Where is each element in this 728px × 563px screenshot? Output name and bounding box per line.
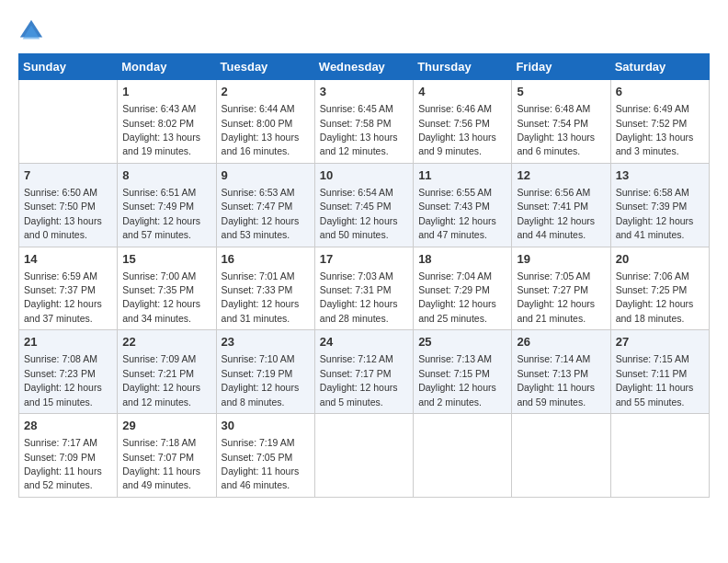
calendar-header-row: SundayMondayTuesdayWednesdayThursdayFrid… — [19, 54, 710, 80]
calendar-cell: 24Sunrise: 7:12 AMSunset: 7:17 PMDayligh… — [314, 330, 413, 414]
calendar-cell: 17Sunrise: 7:03 AMSunset: 7:31 PMDayligh… — [314, 247, 413, 330]
daylight-info: Daylight: 13 hours and 19 minutes. — [122, 132, 200, 156]
sunset-info: Sunset: 7:27 PM — [517, 284, 588, 295]
calendar-table: SundayMondayTuesdayWednesdayThursdayFrid… — [18, 53, 710, 498]
sunset-info: Sunset: 7:37 PM — [24, 284, 96, 295]
sunset-info: Sunset: 7:49 PM — [122, 201, 194, 212]
sunset-info: Sunset: 7:13 PM — [517, 368, 588, 379]
day-number: 10 — [320, 167, 408, 184]
sunset-info: Sunset: 7:39 PM — [616, 201, 688, 212]
daylight-info: Daylight: 12 hours and 53 minutes. — [222, 215, 300, 240]
day-number: 8 — [122, 167, 210, 184]
calendar-cell: 15Sunrise: 7:00 AMSunset: 7:35 PMDayligh… — [118, 247, 216, 330]
sunset-info: Sunset: 7:58 PM — [320, 118, 392, 129]
calendar-cell: 28Sunrise: 7:17 AMSunset: 7:09 PMDayligh… — [19, 414, 118, 498]
daylight-info: Daylight: 12 hours and 18 minutes. — [616, 298, 694, 323]
calendar-cell: 6Sunrise: 6:49 AMSunset: 7:52 PMDaylight… — [610, 80, 709, 164]
calendar-cell: 10Sunrise: 6:54 AMSunset: 7:45 PMDayligh… — [314, 163, 413, 247]
calendar-cell: 12Sunrise: 6:56 AMSunset: 7:41 PMDayligh… — [512, 163, 610, 247]
day-number: 20 — [616, 251, 704, 268]
logo-icon — [18, 18, 44, 44]
sunrise-info: Sunrise: 7:14 AM — [517, 353, 590, 364]
calendar-cell: 2Sunrise: 6:44 AMSunset: 8:00 PMDaylight… — [216, 80, 314, 164]
column-header-monday: Monday — [118, 54, 216, 80]
daylight-info: Daylight: 12 hours and 50 minutes. — [320, 215, 398, 240]
daylight-info: Daylight: 12 hours and 25 minutes. — [418, 298, 496, 323]
daylight-info: Daylight: 12 hours and 21 minutes. — [517, 298, 595, 323]
day-number: 16 — [222, 251, 310, 268]
calendar-cell: 25Sunrise: 7:13 AMSunset: 7:15 PMDayligh… — [414, 330, 512, 414]
calendar-cell — [512, 414, 610, 498]
calendar-cell: 11Sunrise: 6:55 AMSunset: 7:43 PMDayligh… — [414, 163, 512, 247]
day-number: 29 — [122, 418, 210, 434]
sunrise-info: Sunrise: 7:05 AM — [517, 270, 590, 282]
day-number: 25 — [418, 334, 506, 350]
daylight-info: Daylight: 12 hours and 15 minutes. — [24, 382, 102, 407]
sunset-info: Sunset: 7:47 PM — [222, 201, 293, 212]
day-number: 7 — [24, 167, 112, 184]
sunrise-info: Sunrise: 7:03 AM — [320, 270, 393, 282]
daylight-info: Daylight: 12 hours and 37 minutes. — [24, 298, 102, 323]
sunrise-info: Sunrise: 6:46 AM — [418, 103, 492, 114]
sunrise-info: Sunrise: 6:51 AM — [122, 187, 196, 198]
day-number: 18 — [418, 251, 506, 268]
calendar-cell — [19, 80, 118, 164]
sunrise-info: Sunrise: 6:48 AM — [517, 103, 590, 114]
sunrise-info: Sunrise: 6:59 AM — [24, 270, 97, 282]
day-number: 30 — [222, 418, 310, 434]
daylight-info: Daylight: 12 hours and 47 minutes. — [418, 215, 496, 240]
sunset-info: Sunset: 8:00 PM — [222, 118, 293, 129]
sunrise-info: Sunrise: 6:56 AM — [517, 187, 590, 198]
sunrise-info: Sunrise: 6:45 AM — [320, 103, 393, 114]
daylight-info: Daylight: 12 hours and 8 minutes. — [222, 382, 300, 407]
sunset-info: Sunset: 7:35 PM — [122, 284, 194, 295]
day-number: 24 — [320, 334, 408, 350]
sunrise-info: Sunrise: 6:54 AM — [320, 187, 393, 198]
calendar-cell: 13Sunrise: 6:58 AMSunset: 7:39 PMDayligh… — [610, 163, 709, 247]
calendar-cell: 22Sunrise: 7:09 AMSunset: 7:21 PMDayligh… — [118, 330, 216, 414]
sunset-info: Sunset: 7:25 PM — [616, 284, 688, 295]
column-header-sunday: Sunday — [19, 54, 118, 80]
day-number: 11 — [418, 167, 506, 184]
calendar-cell: 14Sunrise: 6:59 AMSunset: 7:37 PMDayligh… — [19, 247, 118, 330]
calendar-week-row: 28Sunrise: 7:17 AMSunset: 7:09 PMDayligh… — [19, 414, 710, 498]
calendar-cell: 5Sunrise: 6:48 AMSunset: 7:54 PMDaylight… — [512, 80, 610, 164]
calendar-cell: 1Sunrise: 6:43 AMSunset: 8:02 PMDaylight… — [118, 80, 216, 164]
calendar-cell: 23Sunrise: 7:10 AMSunset: 7:19 PMDayligh… — [216, 330, 314, 414]
day-number: 3 — [320, 84, 408, 100]
sunrise-info: Sunrise: 7:15 AM — [616, 353, 689, 364]
sunset-info: Sunset: 7:31 PM — [320, 284, 392, 295]
calendar-week-row: 21Sunrise: 7:08 AMSunset: 7:23 PMDayligh… — [19, 330, 710, 414]
sunrise-info: Sunrise: 6:53 AM — [222, 187, 295, 198]
calendar-cell: 7Sunrise: 6:50 AMSunset: 7:50 PMDaylight… — [19, 163, 118, 247]
daylight-info: Daylight: 11 hours and 55 minutes. — [616, 382, 694, 407]
daylight-info: Daylight: 12 hours and 34 minutes. — [122, 298, 200, 323]
daylight-info: Daylight: 13 hours and 0 minutes. — [24, 215, 102, 240]
day-number: 1 — [122, 84, 210, 100]
sunset-info: Sunset: 7:45 PM — [320, 201, 392, 212]
daylight-info: Daylight: 13 hours and 16 minutes. — [222, 132, 300, 156]
day-number: 5 — [517, 84, 605, 100]
sunrise-info: Sunrise: 7:08 AM — [24, 353, 97, 364]
page-header — [18, 18, 710, 44]
daylight-info: Daylight: 12 hours and 44 minutes. — [517, 215, 595, 240]
sunrise-info: Sunrise: 6:55 AM — [418, 187, 492, 198]
daylight-info: Daylight: 11 hours and 49 minutes. — [122, 465, 200, 490]
sunrise-info: Sunrise: 6:44 AM — [222, 103, 295, 114]
calendar-week-row: 1Sunrise: 6:43 AMSunset: 8:02 PMDaylight… — [19, 80, 710, 164]
day-number: 22 — [122, 334, 210, 350]
calendar-cell: 30Sunrise: 7:19 AMSunset: 7:05 PMDayligh… — [216, 414, 314, 498]
sunset-info: Sunset: 7:07 PM — [122, 452, 194, 463]
sunset-info: Sunset: 7:52 PM — [616, 118, 688, 129]
sunrise-info: Sunrise: 7:19 AM — [222, 437, 295, 448]
day-number: 14 — [24, 251, 112, 268]
sunrise-info: Sunrise: 6:43 AM — [122, 103, 196, 114]
day-number: 15 — [122, 251, 210, 268]
calendar-cell: 8Sunrise: 6:51 AMSunset: 7:49 PMDaylight… — [118, 163, 216, 247]
sunset-info: Sunset: 7:29 PM — [418, 284, 490, 295]
day-number: 21 — [24, 334, 112, 350]
sunset-info: Sunset: 7:54 PM — [517, 118, 588, 129]
daylight-info: Daylight: 12 hours and 2 minutes. — [418, 382, 496, 407]
sunrise-info: Sunrise: 7:04 AM — [418, 270, 492, 282]
daylight-info: Daylight: 13 hours and 9 minutes. — [418, 132, 496, 156]
